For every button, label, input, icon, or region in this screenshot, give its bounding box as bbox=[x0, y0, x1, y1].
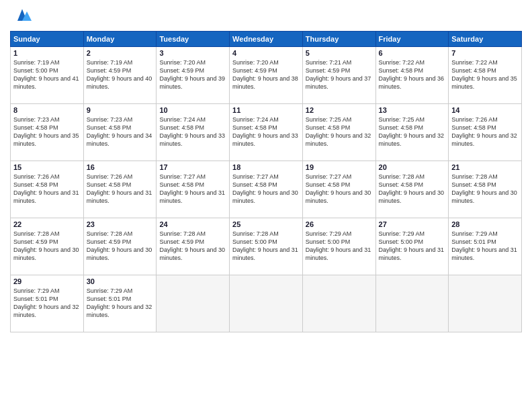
calendar-cell: 30Sunrise: 7:29 AMSunset: 5:01 PMDayligh… bbox=[83, 275, 157, 332]
day-number: 11 bbox=[232, 106, 300, 114]
day-info: Sunrise: 7:28 AMSunset: 4:58 PMDaylight:… bbox=[379, 173, 446, 205]
day-number: 10 bbox=[159, 106, 226, 114]
logo-icon bbox=[13, 7, 32, 26]
calendar-cell: 19Sunrise: 7:27 AMSunset: 4:58 PMDayligh… bbox=[302, 161, 375, 218]
calendar-cell: 21Sunrise: 7:28 AMSunset: 4:58 PMDayligh… bbox=[449, 161, 522, 218]
day-number: 30 bbox=[87, 277, 154, 285]
day-info: Sunrise: 7:22 AMSunset: 4:58 PMDaylight:… bbox=[379, 58, 446, 91]
calendar-cell: 4Sunrise: 7:20 AMSunset: 4:59 PMDaylight… bbox=[230, 47, 303, 104]
calendar-cell: 28Sunrise: 7:29 AMSunset: 5:01 PMDayligh… bbox=[449, 218, 522, 275]
calendar-cell: 25Sunrise: 7:28 AMSunset: 5:00 PMDayligh… bbox=[230, 218, 303, 275]
calendar-cell: 18Sunrise: 7:27 AMSunset: 4:58 PMDayligh… bbox=[230, 161, 303, 218]
calendar-cell: 29Sunrise: 7:29 AMSunset: 5:01 PMDayligh… bbox=[11, 275, 84, 332]
day-info: Sunrise: 7:27 AMSunset: 4:58 PMDaylight:… bbox=[232, 173, 300, 205]
calendar-cell: 16Sunrise: 7:26 AMSunset: 4:58 PMDayligh… bbox=[83, 161, 157, 218]
day-info: Sunrise: 7:25 AMSunset: 4:58 PMDaylight:… bbox=[306, 116, 373, 148]
day-number: 13 bbox=[379, 106, 446, 114]
day-info: Sunrise: 7:22 AMSunset: 4:58 PMDaylight:… bbox=[451, 58, 519, 91]
day-info: Sunrise: 7:21 AMSunset: 4:59 PMDaylight:… bbox=[306, 58, 373, 91]
calendar-cell: 22Sunrise: 7:28 AMSunset: 4:59 PMDayligh… bbox=[11, 218, 84, 275]
calendar-cell: 11Sunrise: 7:24 AMSunset: 4:58 PMDayligh… bbox=[230, 104, 303, 161]
page: SundayMondayTuesdayWednesdayThursdayFrid… bbox=[0, 0, 532, 411]
calendar-week-row: 15Sunrise: 7:26 AMSunset: 4:58 PMDayligh… bbox=[11, 161, 522, 218]
day-number: 19 bbox=[306, 163, 373, 171]
calendar-cell bbox=[449, 275, 522, 332]
calendar-cell: 20Sunrise: 7:28 AMSunset: 4:58 PMDayligh… bbox=[375, 161, 449, 218]
calendar-cell bbox=[302, 275, 375, 332]
calendar-cell bbox=[375, 275, 449, 332]
calendar-cell: 9Sunrise: 7:23 AMSunset: 4:58 PMDaylight… bbox=[83, 104, 157, 161]
header bbox=[10, 7, 522, 26]
day-number: 8 bbox=[13, 106, 81, 114]
calendar-cell: 26Sunrise: 7:29 AMSunset: 5:00 PMDayligh… bbox=[302, 218, 375, 275]
weekday-header-monday: Monday bbox=[83, 32, 157, 47]
day-number: 16 bbox=[87, 163, 154, 171]
day-number: 18 bbox=[232, 163, 300, 171]
day-info: Sunrise: 7:26 AMSunset: 4:58 PMDaylight:… bbox=[451, 116, 519, 148]
weekday-header-thursday: Thursday bbox=[302, 32, 375, 47]
day-number: 1 bbox=[13, 49, 81, 57]
calendar-cell: 24Sunrise: 7:28 AMSunset: 4:59 PMDayligh… bbox=[157, 218, 230, 275]
day-number: 17 bbox=[159, 163, 226, 171]
calendar-cell: 14Sunrise: 7:26 AMSunset: 4:58 PMDayligh… bbox=[449, 104, 522, 161]
calendar-cell: 5Sunrise: 7:21 AMSunset: 4:59 PMDaylight… bbox=[302, 47, 375, 104]
calendar-cell: 10Sunrise: 7:24 AMSunset: 4:58 PMDayligh… bbox=[157, 104, 230, 161]
day-info: Sunrise: 7:29 AMSunset: 5:01 PMDaylight:… bbox=[451, 230, 519, 263]
day-number: 9 bbox=[87, 106, 154, 114]
calendar-cell: 8Sunrise: 7:23 AMSunset: 4:58 PMDaylight… bbox=[11, 104, 84, 161]
day-number: 22 bbox=[13, 220, 81, 228]
calendar-cell: 17Sunrise: 7:27 AMSunset: 4:58 PMDayligh… bbox=[157, 161, 230, 218]
day-number: 14 bbox=[451, 106, 519, 114]
day-info: Sunrise: 7:23 AMSunset: 4:58 PMDaylight:… bbox=[87, 116, 154, 148]
day-number: 15 bbox=[13, 163, 81, 171]
calendar-cell: 27Sunrise: 7:29 AMSunset: 5:00 PMDayligh… bbox=[375, 218, 449, 275]
day-number: 5 bbox=[306, 49, 373, 57]
day-info: Sunrise: 7:26 AMSunset: 4:58 PMDaylight:… bbox=[87, 173, 154, 205]
weekday-header-saturday: Saturday bbox=[449, 32, 522, 47]
day-number: 2 bbox=[87, 49, 154, 57]
weekday-header-friday: Friday bbox=[375, 32, 449, 47]
calendar-cell: 1Sunrise: 7:19 AMSunset: 5:00 PMDaylight… bbox=[11, 47, 84, 104]
day-info: Sunrise: 7:29 AMSunset: 5:01 PMDaylight:… bbox=[87, 287, 154, 320]
day-info: Sunrise: 7:19 AMSunset: 5:00 PMDaylight:… bbox=[13, 58, 81, 91]
calendar-cell bbox=[230, 275, 303, 332]
day-info: Sunrise: 7:29 AMSunset: 5:00 PMDaylight:… bbox=[379, 230, 446, 263]
day-info: Sunrise: 7:25 AMSunset: 4:58 PMDaylight:… bbox=[379, 116, 446, 148]
calendar-cell: 3Sunrise: 7:20 AMSunset: 4:59 PMDaylight… bbox=[157, 47, 230, 104]
day-info: Sunrise: 7:28 AMSunset: 5:00 PMDaylight:… bbox=[232, 230, 300, 263]
day-info: Sunrise: 7:28 AMSunset: 4:58 PMDaylight:… bbox=[451, 173, 519, 205]
day-number: 12 bbox=[306, 106, 373, 114]
day-info: Sunrise: 7:24 AMSunset: 4:58 PMDaylight:… bbox=[159, 116, 226, 148]
calendar-week-row: 22Sunrise: 7:28 AMSunset: 4:59 PMDayligh… bbox=[11, 218, 522, 275]
day-number: 27 bbox=[379, 220, 446, 228]
calendar-cell bbox=[157, 275, 230, 332]
day-info: Sunrise: 7:28 AMSunset: 4:59 PMDaylight:… bbox=[159, 230, 226, 263]
day-number: 29 bbox=[13, 277, 81, 285]
calendar-cell: 2Sunrise: 7:19 AMSunset: 4:59 PMDaylight… bbox=[83, 47, 157, 104]
calendar-cell: 23Sunrise: 7:28 AMSunset: 4:59 PMDayligh… bbox=[83, 218, 157, 275]
calendar-cell: 12Sunrise: 7:25 AMSunset: 4:58 PMDayligh… bbox=[302, 104, 375, 161]
day-info: Sunrise: 7:29 AMSunset: 5:00 PMDaylight:… bbox=[306, 230, 373, 263]
day-number: 7 bbox=[451, 49, 519, 57]
calendar-cell: 15Sunrise: 7:26 AMSunset: 4:58 PMDayligh… bbox=[11, 161, 84, 218]
day-info: Sunrise: 7:28 AMSunset: 4:59 PMDaylight:… bbox=[13, 230, 81, 263]
day-number: 25 bbox=[232, 220, 300, 228]
day-info: Sunrise: 7:20 AMSunset: 4:59 PMDaylight:… bbox=[232, 58, 300, 91]
day-info: Sunrise: 7:28 AMSunset: 4:59 PMDaylight:… bbox=[87, 230, 154, 263]
day-number: 6 bbox=[379, 49, 446, 57]
day-info: Sunrise: 7:27 AMSunset: 4:58 PMDaylight:… bbox=[159, 173, 226, 205]
day-info: Sunrise: 7:29 AMSunset: 5:01 PMDaylight:… bbox=[13, 287, 81, 320]
day-number: 28 bbox=[451, 220, 519, 228]
calendar-week-row: 29Sunrise: 7:29 AMSunset: 5:01 PMDayligh… bbox=[11, 275, 522, 332]
day-number: 3 bbox=[159, 49, 226, 57]
calendar-cell: 6Sunrise: 7:22 AMSunset: 4:58 PMDaylight… bbox=[375, 47, 449, 104]
calendar-cell: 13Sunrise: 7:25 AMSunset: 4:58 PMDayligh… bbox=[375, 104, 449, 161]
day-number: 26 bbox=[306, 220, 373, 228]
calendar-table: SundayMondayTuesdayWednesdayThursdayFrid… bbox=[10, 31, 522, 332]
calendar-week-row: 1Sunrise: 7:19 AMSunset: 5:00 PMDaylight… bbox=[11, 47, 522, 104]
weekday-header-wednesday: Wednesday bbox=[230, 32, 303, 47]
day-info: Sunrise: 7:23 AMSunset: 4:58 PMDaylight:… bbox=[13, 116, 81, 148]
day-info: Sunrise: 7:20 AMSunset: 4:59 PMDaylight:… bbox=[159, 58, 226, 91]
day-number: 20 bbox=[379, 163, 446, 171]
calendar-cell: 7Sunrise: 7:22 AMSunset: 4:58 PMDaylight… bbox=[449, 47, 522, 104]
